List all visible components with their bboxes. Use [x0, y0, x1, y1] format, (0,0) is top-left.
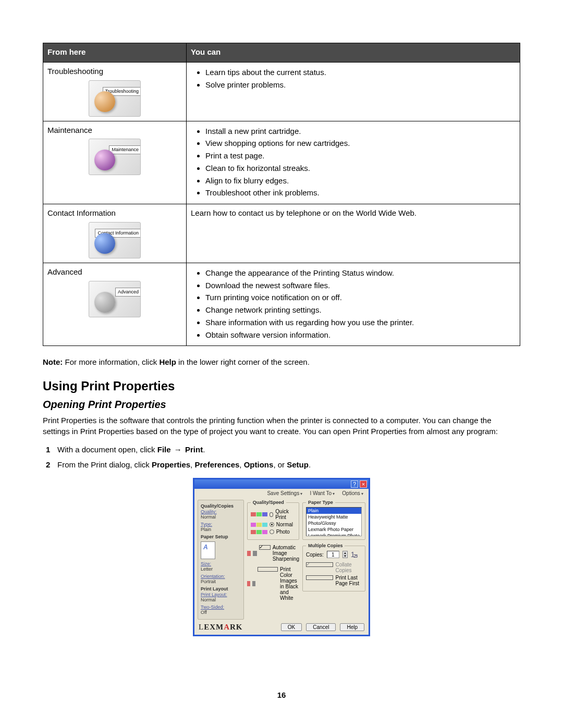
lbl-last-first: Print Last Page First	[335, 575, 362, 586]
legend-mc: Multiple Copies	[306, 543, 345, 548]
li: Print a test page.	[205, 150, 516, 162]
tag-troubleshooting: Troubleshooting	[103, 87, 141, 96]
ok-button[interactable]: OK	[281, 623, 302, 631]
lbl-photo: Photo	[276, 529, 290, 535]
s1-a: With a document open, click	[57, 445, 157, 454]
list-advanced: Change the appearance of the Printing St…	[191, 267, 516, 341]
label-maintenance: Maintenance	[47, 125, 182, 136]
side-type-val: Plain	[201, 527, 241, 532]
step-2: From the Print dialog, click Properties,…	[55, 459, 520, 471]
s2-opt: Options	[244, 460, 274, 469]
text-contact: Learn how to contact us by telephone or …	[187, 204, 520, 263]
group-paper-type: Paper Type Plain Heavyweight Matte Photo…	[302, 500, 365, 540]
li: View shopping options for new cartridges…	[205, 138, 516, 149]
li: Troubleshoot other ink problems.	[205, 187, 516, 199]
li: Download the newest software files.	[205, 280, 516, 291]
side-ps: Paper Setup	[201, 534, 241, 539]
paper-icon	[201, 541, 215, 559]
lbl-bw: Print Color Images in Black and White	[280, 566, 299, 601]
tag-maintenance: Maintenance	[109, 145, 141, 154]
side-type-label[interactable]: Type:	[201, 522, 212, 527]
help-icon[interactable]: ?	[351, 480, 358, 488]
side-ts-label[interactable]: Two-Sided:	[201, 604, 224, 610]
radio-normal[interactable]: Normal	[251, 522, 296, 527]
li: Change network printing settings.	[205, 304, 516, 316]
pt-opt[interactable]: Plain	[307, 508, 361, 514]
li: Obtain software version information.	[205, 329, 516, 341]
steps: With a document open, click File → Print…	[43, 444, 520, 471]
copies-input[interactable]: 1	[327, 551, 339, 558]
menu-options[interactable]: Options	[342, 490, 363, 496]
pt-opt[interactable]: Heavyweight Matte	[307, 514, 361, 520]
group-quality-speed: Quality/Speed Quick Print Normal	[247, 500, 299, 540]
s2-a: From the Print dialog, click	[57, 460, 152, 469]
th-you-can: You can	[187, 43, 520, 63]
note-help: Help	[159, 357, 176, 366]
lbl-quick: Quick Print	[275, 509, 296, 520]
side-quality-label[interactable]: Quality:	[201, 509, 217, 514]
check-auto-sharpen[interactable]: Automatic Image Sharpening	[259, 545, 299, 562]
print-properties-dialog: ? × Save Settings I Want To Options Qual…	[193, 478, 370, 636]
menu-save-settings[interactable]: Save Settings	[267, 490, 302, 496]
collate-icon: 1₂₃	[351, 550, 357, 559]
legend-pt: Paper Type	[306, 500, 335, 505]
arrow-icon: →	[173, 445, 183, 454]
note: Note: For more information, click Help i…	[43, 356, 520, 367]
menu-i-want-to[interactable]: I Want To	[310, 490, 335, 496]
close-icon[interactable]: ×	[360, 480, 367, 488]
side-orient-val: Portrait	[201, 579, 241, 584]
page-number: 16	[0, 690, 563, 699]
legend-qs: Quality/Speed	[251, 500, 286, 505]
s2-c4: .	[309, 460, 311, 469]
s2-c3: , or	[273, 460, 287, 469]
heading-opening-print-properties: Opening Print Properties	[43, 399, 520, 411]
swatch-icon	[247, 551, 251, 556]
side-orient-label[interactable]: Orientation:	[201, 574, 225, 579]
li: Align to fix blurry edges.	[205, 175, 516, 187]
radio-photo[interactable]: Photo	[251, 529, 296, 535]
tag-contact: Contact Information	[95, 229, 141, 238]
list-troubleshooting: Learn tips about the current status. Sol…	[191, 67, 516, 91]
radio-quick-print[interactable]: Quick Print	[251, 509, 296, 520]
paper-type-list[interactable]: Plain Heavyweight Matte Photo/Glossy Lex…	[306, 507, 362, 536]
note-label: Note:	[43, 357, 63, 366]
feature-table: From here You can Troubleshooting Troubl…	[43, 43, 520, 346]
row-maintenance: Maintenance Maintenance Install a new pr…	[43, 121, 520, 204]
s1-c: .	[203, 445, 205, 454]
li: Change the appearance of the Printing St…	[205, 267, 516, 279]
list-maintenance: Install a new print cartridge. View shop…	[191, 126, 516, 199]
dialog-toolbar: Save Settings I Want To Options	[194, 489, 369, 498]
pt-opt[interactable]: Lexmark Photo Paper	[307, 526, 361, 533]
help-button[interactable]: Help	[340, 623, 364, 631]
li: Install a new print cartridge.	[205, 126, 516, 137]
icon-contact: Contact Information	[89, 222, 141, 258]
check-collate[interactable]: Collate Copies	[306, 562, 362, 573]
check-bw[interactable]: Print Color Images in Black and White	[258, 566, 299, 601]
side-qc: Quality/Copies	[201, 503, 241, 509]
swatch-icon	[252, 581, 255, 586]
side-ts-val: Off	[201, 610, 241, 615]
s2-prop: Properties	[152, 460, 190, 469]
pt-opt[interactable]: Lexmark Premium Photo	[307, 533, 361, 536]
li: Turn printing voice notification on or o…	[205, 292, 516, 303]
row-troubleshooting: Troubleshooting Troubleshooting Learn ti…	[43, 62, 520, 121]
copies-stepper[interactable]: ▲▼	[342, 551, 348, 558]
note-a: For more information, click	[63, 357, 159, 366]
side-layout-label[interactable]: Print Layout:	[201, 592, 227, 597]
side-size-label[interactable]: Size:	[201, 561, 211, 566]
note-b: in the lower right corner of the screen.	[176, 357, 310, 366]
icon-maintenance: Maintenance	[89, 139, 141, 175]
group-multiple-copies: Multiple Copies Copies: 1 ▲▼ 1₂₃ Collate…	[302, 543, 365, 591]
li: Learn tips about the current status.	[205, 67, 516, 78]
heading-using-print-properties: Using Print Properties	[43, 379, 520, 393]
s2-setup: Setup	[287, 460, 309, 469]
cancel-button[interactable]: Cancel	[306, 623, 336, 631]
pt-opt[interactable]: Photo/Glossy	[307, 520, 361, 526]
side-pl: Print Layout	[201, 586, 241, 591]
side-quality-val: Normal	[201, 514, 241, 520]
check-last-first[interactable]: Print Last Page First	[306, 575, 362, 586]
lbl-normal: Normal	[276, 522, 293, 527]
row-advanced: Advanced Advanced Change the appearance …	[43, 263, 520, 346]
brand-lexmark: LEXMARK	[199, 623, 243, 632]
icon-troubleshooting: Troubleshooting	[89, 80, 141, 117]
